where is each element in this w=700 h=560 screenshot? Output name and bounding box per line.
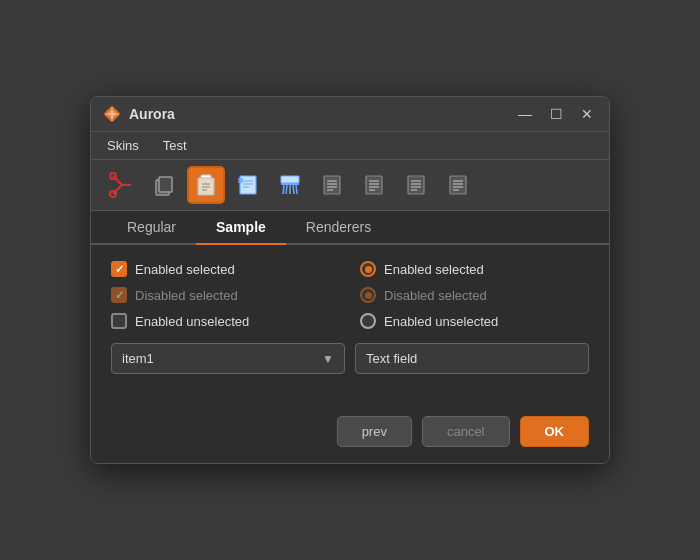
radio-group: Enabled selected Disabled selected Enabl… [360,261,589,329]
svg-line-4 [113,176,122,185]
svg-rect-22 [281,183,299,185]
radio-enabled-unselected-row: Enabled unselected [360,313,589,329]
window-controls: — ☐ ✕ [514,105,597,123]
radio-enabled-unselected-label: Enabled unselected [384,314,498,329]
dropdown-arrow-icon: ▼ [322,352,334,366]
checkbox-enabled-unselected-label: Enabled unselected [135,314,249,329]
minimize-button[interactable]: — [514,105,536,123]
doc2-icon [361,172,387,198]
radio-disabled-selected-label: Disabled selected [384,288,487,303]
toolbar-doc3-button[interactable] [397,166,435,204]
toolbar [91,160,609,211]
dropdown-value: item1 [122,351,154,366]
dropdown-inner: item1 ▼ [112,344,344,373]
radio-disabled-selected[interactable] [360,287,376,303]
checkbox-group: Enabled selected Disabled selected Enabl… [111,261,340,329]
text-field-input[interactable] [355,343,589,374]
toolbar-scissors-button[interactable] [103,166,141,204]
svg-line-26 [293,185,294,194]
checkbox-disabled-selected-row: Disabled selected [111,287,340,303]
paste-icon [193,172,219,198]
footer: prev cancel OK [91,406,609,463]
checkbox-enabled-unselected[interactable] [111,313,127,329]
radio-enabled-selected-row: Enabled selected [360,261,589,277]
menu-bar: Skins Test [91,132,609,160]
toolbar-copy-button[interactable] [145,166,183,204]
svg-rect-10 [159,177,172,192]
toolbar-paste-button[interactable] [187,166,225,204]
content-area: Enabled selected Disabled selected Enabl… [91,245,609,406]
doc3-icon [403,172,429,198]
title-left: Aurora [103,105,175,123]
svg-rect-43 [450,176,466,194]
radio-enabled-unselected[interactable] [360,313,376,329]
svg-line-24 [286,185,287,194]
window-title: Aurora [129,106,175,122]
scissors-icon [109,172,135,198]
svg-rect-28 [324,176,340,194]
menu-skins[interactable]: Skins [103,136,143,155]
tabs-row: Regular Sample Renderers [91,211,609,245]
checkbox-disabled-selected[interactable] [111,287,127,303]
svg-rect-38 [408,176,424,194]
svg-line-5 [113,185,122,194]
menu-test[interactable]: Test [159,136,191,155]
toolbar-doc2-button[interactable] [355,166,393,204]
cancel-button[interactable]: cancel [422,416,510,447]
close-button[interactable]: ✕ [577,105,597,123]
inputs-row: item1 ▼ [111,343,589,374]
title-bar: Aurora — ☐ ✕ [91,97,609,132]
svg-rect-20 [238,178,243,183]
main-window: Aurora — ☐ ✕ Skins Test [90,96,610,464]
checkbox-enabled-unselected-row: Enabled unselected [111,313,340,329]
dropdown-wrapper[interactable]: item1 ▼ [111,343,345,374]
prev-button[interactable]: prev [337,416,412,447]
maximize-button[interactable]: ☐ [546,105,567,123]
radio-enabled-selected[interactable] [360,261,376,277]
list-icon [235,172,261,198]
tab-regular[interactable]: Regular [107,211,196,245]
radio-enabled-selected-label: Enabled selected [384,262,484,277]
radio-disabled-selected-row: Disabled selected [360,287,589,303]
toolbar-doc1-button[interactable] [313,166,351,204]
svg-rect-21 [281,176,299,183]
doc4-icon [445,172,471,198]
toolbar-list-button[interactable] [229,166,267,204]
aurora-icon [103,105,121,123]
tab-renderers[interactable]: Renderers [286,211,391,245]
checkbox-enabled-selected[interactable] [111,261,127,277]
svg-line-23 [283,185,284,194]
ok-button[interactable]: OK [520,416,590,447]
checkbox-enabled-selected-label: Enabled selected [135,262,235,277]
svg-line-27 [296,185,297,194]
toolbar-shredder-button[interactable] [271,166,309,204]
copy-icon [151,172,177,198]
checkbox-disabled-selected-label: Disabled selected [135,288,238,303]
checkbox-enabled-selected-row: Enabled selected [111,261,340,277]
tab-sample[interactable]: Sample [196,211,286,245]
shredder-icon [277,172,303,198]
svg-rect-33 [366,176,382,194]
toolbar-doc4-button[interactable] [439,166,477,204]
doc1-icon [319,172,345,198]
controls-grid: Enabled selected Disabled selected Enabl… [111,261,589,329]
